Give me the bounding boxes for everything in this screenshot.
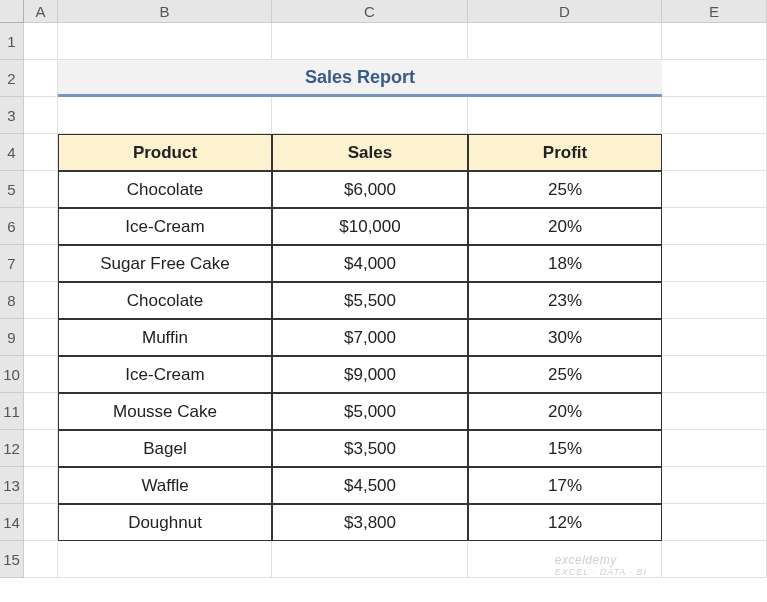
row-header-1[interactable]: 1 [0,23,24,60]
cell-a10[interactable] [24,356,58,393]
cell-a6[interactable] [24,208,58,245]
table-cell-product[interactable]: Chocolate [58,171,272,208]
cell-e10[interactable] [662,356,767,393]
cell-e6[interactable] [662,208,767,245]
report-title[interactable]: Sales Report [58,60,662,97]
table-cell-sales[interactable]: $10,000 [272,208,468,245]
cell-a7[interactable] [24,245,58,282]
cell-b1[interactable] [58,23,272,60]
table-cell-product[interactable]: Bagel [58,430,272,467]
col-header-c[interactable]: C [272,0,468,23]
cell-e3[interactable] [662,97,767,134]
row-header-12[interactable]: 12 [0,430,24,467]
table-cell-profit[interactable]: 17% [468,467,662,504]
row-header-10[interactable]: 10 [0,356,24,393]
table-cell-profit[interactable]: 30% [468,319,662,356]
table-cell-profit[interactable]: 18% [468,245,662,282]
row-header-13[interactable]: 13 [0,467,24,504]
cell-a14[interactable] [24,504,58,541]
table-header-sales[interactable]: Sales [272,134,468,171]
table-cell-product[interactable]: Doughnut [58,504,272,541]
col-header-d[interactable]: D [468,0,662,23]
cell-a8[interactable] [24,282,58,319]
cell-a1[interactable] [24,23,58,60]
row-header-9[interactable]: 9 [0,319,24,356]
cell-e11[interactable] [662,393,767,430]
table-cell-product[interactable]: Ice-Cream [58,356,272,393]
cell-a12[interactable] [24,430,58,467]
cell-e13[interactable] [662,467,767,504]
cell-e5[interactable] [662,171,767,208]
cell-d3[interactable] [468,97,662,134]
table-cell-sales[interactable]: $5,500 [272,282,468,319]
row-header-15[interactable]: 15 [0,541,24,578]
row-header-8[interactable]: 8 [0,282,24,319]
cell-a5[interactable] [24,171,58,208]
cell-e9[interactable] [662,319,767,356]
table-cell-product[interactable]: Muffin [58,319,272,356]
table-cell-profit[interactable]: 25% [468,356,662,393]
table-cell-sales[interactable]: $3,500 [272,430,468,467]
table-cell-product[interactable]: Mousse Cake [58,393,272,430]
cell-d15[interactable] [468,541,662,578]
col-header-a[interactable]: A [24,0,58,23]
cell-a3[interactable] [24,97,58,134]
table-cell-sales[interactable]: $3,800 [272,504,468,541]
cell-e12[interactable] [662,430,767,467]
row-header-3[interactable]: 3 [0,97,24,134]
cell-a13[interactable] [24,467,58,504]
cell-a4[interactable] [24,134,58,171]
table-cell-profit[interactable]: 12% [468,504,662,541]
cell-c15[interactable] [272,541,468,578]
spreadsheet-grid: A B C D E 1 2 Sales Report 3 4 Product S… [0,0,767,578]
table-cell-sales[interactable]: $9,000 [272,356,468,393]
table-cell-sales[interactable]: $7,000 [272,319,468,356]
table-cell-profit[interactable]: 25% [468,171,662,208]
cell-e8[interactable] [662,282,767,319]
table-cell-sales[interactable]: $6,000 [272,171,468,208]
row-header-4[interactable]: 4 [0,134,24,171]
cell-a15[interactable] [24,541,58,578]
col-header-e[interactable]: E [662,0,767,23]
cell-c3[interactable] [272,97,468,134]
cell-c1[interactable] [272,23,468,60]
cell-e1[interactable] [662,23,767,60]
cell-a2[interactable] [24,60,58,97]
table-cell-product[interactable]: Chocolate [58,282,272,319]
row-header-14[interactable]: 14 [0,504,24,541]
cell-a11[interactable] [24,393,58,430]
table-header-product[interactable]: Product [58,134,272,171]
cell-d1[interactable] [468,23,662,60]
cell-e14[interactable] [662,504,767,541]
row-header-2[interactable]: 2 [0,60,24,97]
table-cell-profit[interactable]: 23% [468,282,662,319]
table-cell-sales[interactable]: $4,500 [272,467,468,504]
row-header-11[interactable]: 11 [0,393,24,430]
table-cell-sales[interactable]: $4,000 [272,245,468,282]
table-cell-profit[interactable]: 20% [468,208,662,245]
col-header-b[interactable]: B [58,0,272,23]
cell-b15[interactable] [58,541,272,578]
row-header-6[interactable]: 6 [0,208,24,245]
table-cell-sales[interactable]: $5,000 [272,393,468,430]
row-header-5[interactable]: 5 [0,171,24,208]
table-header-profit[interactable]: Profit [468,134,662,171]
select-all-corner[interactable] [0,0,24,23]
table-cell-product[interactable]: Waffle [58,467,272,504]
table-cell-product[interactable]: Sugar Free Cake [58,245,272,282]
row-header-7[interactable]: 7 [0,245,24,282]
cell-e15[interactable] [662,541,767,578]
table-cell-product[interactable]: Ice-Cream [58,208,272,245]
cell-e2[interactable] [662,60,767,97]
cell-e4[interactable] [662,134,767,171]
cell-e7[interactable] [662,245,767,282]
cell-a9[interactable] [24,319,58,356]
table-cell-profit[interactable]: 20% [468,393,662,430]
cell-b3[interactable] [58,97,272,134]
table-cell-profit[interactable]: 15% [468,430,662,467]
